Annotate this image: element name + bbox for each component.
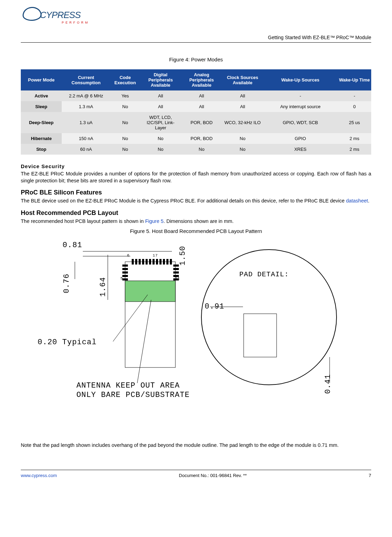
table-cell: All [222,101,263,112]
table-cell: No [181,144,222,155]
svg-rect-1 [125,281,175,302]
footer-link[interactable]: www.cypress.com [21,473,57,478]
host-layout-text-1: The recommended host PCB layout pattern … [21,218,145,224]
table-cell: No [110,133,140,144]
typical-label: 0.20 Typical [38,338,97,347]
th-clock: Clock Sources Available [222,69,263,90]
device-security-text: The EZ-BLE PRoC Module provides a number… [21,171,371,184]
datasheet-link[interactable]: datasheet [346,198,368,203]
table-cell: 2.2 mA @ 6 MHz [62,90,110,101]
power-modes-table: Power Mode Current Consumption Code Exec… [21,69,371,155]
th-wake-src: Wake-Up Sources [263,69,338,90]
table-cell: - [263,90,338,101]
pad-num-5: 5 [121,276,123,280]
table-cell: XRES [263,144,338,155]
dim-1-50: 1.50 [178,246,187,266]
figure5-caption: Figure 5. Host Board Recommended PCB Lay… [21,228,371,234]
table-cell: WCO, 32-kHz ILO [222,112,263,133]
th-power-mode: Power Mode [21,69,62,90]
table-cell: 2 ms [338,133,371,144]
svg-rect-19 [173,265,179,267]
svg-rect-13 [170,259,172,265]
table-cell: Hibernate [21,133,62,144]
figure5-drawing: 0.81 0.76 1.64 1.50 0.91 0.41 PAD DETAIL… [47,241,345,435]
svg-rect-6 [146,259,148,265]
th-analog: Analog Peripherals Available [181,69,222,90]
antenna-line1: ANTENNA KEEP OUT AREA [77,381,180,390]
table-row: Active2.2 mA @ 6 MHzYesAllAllAll-- [21,90,371,101]
svg-rect-20 [173,268,179,270]
table-cell: All [140,90,181,101]
th-wake-time: Wake-Up Time [338,69,371,90]
table-cell: 150 nA [62,133,110,144]
page-footer: www.cypress.com Document No.: 001-96841 … [21,470,371,478]
proc-ble-heading: PRoC BLE Silicon Features [21,189,371,196]
dim-0-76: 0.76 [62,274,71,293]
host-layout-heading: Host Recommended PCB Layout [21,209,371,217]
pad-num-21: 21 [175,276,180,280]
svg-rect-32 [244,314,277,357]
table-body: Active2.2 mA @ 6 MHzYesAllAllAll--Sleep1… [21,90,371,155]
svg-rect-9 [156,259,158,265]
table-cell: POR, BOD [181,133,222,144]
table-row: Hibernate150 nANoNoPOR, BODNoGPIO2 ms [21,133,371,144]
table-cell: 25 us [338,112,371,133]
proc-ble-text-2: . [368,198,369,203]
svg-rect-2 [132,259,134,265]
svg-rect-15 [122,268,128,270]
svg-rect-16 [122,271,128,274]
pad-num-17: 17 [153,253,158,258]
table-cell: All [222,90,263,101]
svg-rect-14 [122,265,128,267]
svg-rect-7 [149,259,151,265]
table-cell: No [222,144,263,155]
table-cell: Any interrupt source [263,101,338,112]
th-current: Current Consumption [62,69,110,90]
th-code-exec: Code Execution [110,69,140,90]
table-row: Stop60 nANoNoNoNoXRES2 ms [21,144,371,155]
table-cell: 1.3 mA [62,101,110,112]
table-row: Sleep1.3 mANoAllAllAllAny interrupt sour… [21,101,371,112]
table-row: Deep-Sleep1.3 uANoWDT, LCD, I2C/SPI, Lin… [21,112,371,133]
svg-rect-3 [135,259,137,265]
table-cell: All [140,101,181,112]
table-cell: 60 nA [62,144,110,155]
logo: CYPRESS PERFORM [21,7,371,26]
table-cell: 1.3 uA [62,112,110,133]
footer-pagenum: 7 [369,473,371,478]
figure5-link[interactable]: Figure 5 [145,218,164,224]
svg-rect-12 [166,259,168,265]
footer-docnum: Document No.: 001-96841 Rev. ** [179,473,247,478]
pad-num-6: 6 [127,253,130,258]
table-cell: GPIO, WDT, SCB [263,112,338,133]
pad-detail-label: PAD DETAIL: [239,270,289,278]
table-cell: Active [21,90,62,101]
svg-rect-11 [163,259,165,265]
host-layout-text-2: . Dimensions shown are in mm. [164,218,234,224]
table-cell: - [338,90,371,101]
table-cell: No [222,133,263,144]
svg-rect-8 [153,259,155,265]
table-cell: No [140,144,181,155]
note-text: Note that the pad length shown includes … [21,442,371,449]
svg-rect-21 [173,271,179,274]
table-cell: All [181,90,222,101]
proc-ble-text-1: The BLE device used on the EZ-BLE PRoC M… [21,198,346,203]
figure4-caption: Figure 4: Power Modes [21,57,371,62]
table-cell: 0 [338,101,371,112]
table-cell: Deep-Sleep [21,112,62,133]
svg-rect-4 [139,259,141,265]
svg-line-30 [137,300,151,383]
doc-title: Getting Started With EZ-BLE™ PRoC™ Modul… [21,35,371,43]
th-digital: Digital Peripherals Available [140,69,181,90]
dim-0-81: 0.81 [63,241,82,250]
table-cell: No [110,101,140,112]
antenna-line2: ONLY BARE PCB/SUBSTRATE [77,391,190,399]
logo-tagline: PERFORM [62,21,89,24]
table-cell: WDT, LCD, I2C/SPI, Link-Layer [140,112,181,133]
svg-rect-10 [159,259,162,265]
svg-rect-5 [142,259,144,265]
table-cell: Yes [110,90,140,101]
table-cell: Stop [21,144,62,155]
host-layout-text: The recommended host PCB layout pattern … [21,218,371,225]
